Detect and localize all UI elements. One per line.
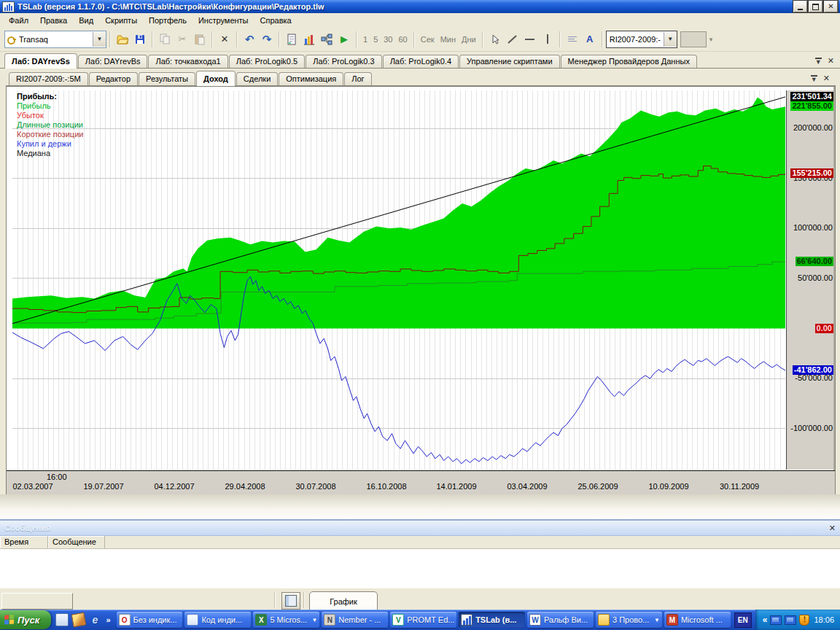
interval-unit-button-Сек[interactable]: Сек <box>418 35 438 44</box>
undo-button[interactable]: ↶ <box>241 31 258 48</box>
quicklaunch-pen-icon[interactable] <box>71 612 87 628</box>
view-tab-Редактор[interactable]: Редактор <box>89 72 138 85</box>
language-indicator[interactable]: EN <box>734 612 752 628</box>
view-tab-RI2007-2009:-:5M[interactable]: RI2007-2009:-:5M <box>9 72 88 85</box>
close-button[interactable]: ✕ <box>824 1 838 12</box>
menu-item-Инструменты[interactable]: Инструменты <box>192 15 254 26</box>
messages-column-Сообщение[interactable]: Сообщение <box>48 536 105 548</box>
label-tool-button[interactable]: A <box>581 31 599 48</box>
quicklaunch-document-icon[interactable] <box>55 613 69 626</box>
close-tab-icon[interactable]: ✕ <box>828 57 834 65</box>
chevron-down-icon[interactable]: ▼ <box>664 32 677 47</box>
paste-button[interactable] <box>191 31 209 48</box>
word-icon: W <box>529 614 541 626</box>
dock-menu-icon[interactable]: ▼ <box>815 58 822 65</box>
tab-graph[interactable]: График <box>309 591 378 612</box>
chart-plot-area[interactable] <box>12 90 785 470</box>
y-value-badge-66'640.00: 66'640.00 <box>796 257 834 266</box>
script-tab-Лаб: DAYrevBs[interactable]: Лаб: DAYrevBs <box>78 55 148 68</box>
x-date-03.04.2009: 03.04.2009 <box>507 482 547 491</box>
interval-button-5[interactable]: 5 <box>370 35 381 44</box>
messages-column-Время[interactable]: Время <box>0 536 48 548</box>
horizontal-line-tool-button[interactable] <box>521 31 539 48</box>
menu-item-Вид[interactable]: Вид <box>73 15 99 26</box>
view-tab-Оптимизация[interactable]: Оптимизация <box>279 72 343 85</box>
office-red-icon: M <box>666 614 678 626</box>
taskbar: Пуск e » OБез индик...Код инди...X5 Micr… <box>0 610 840 630</box>
taskbar-button-Код инди...[interactable]: Код инди... <box>184 612 251 628</box>
minimize-button[interactable] <box>793 1 807 12</box>
toolbar-overflow-icon[interactable]: ▾ <box>709 36 713 43</box>
interval-unit-button-Мин[interactable]: Мин <box>438 35 459 44</box>
open-button[interactable] <box>114 31 131 48</box>
run-button[interactable]: ▶ <box>335 31 353 48</box>
taskbar-button-Nember - ...[interactable]: NNember - ... <box>322 612 388 628</box>
script-tab-Лаб: ProLogik0.3[interactable]: Лаб: ProLogik0.3 <box>306 55 381 68</box>
properties-button[interactable] <box>283 31 300 48</box>
menu-item-Справка[interactable]: Справка <box>254 15 298 26</box>
taskbar-button-Ральф Ви...[interactable]: WРальф Ви... <box>527 612 594 628</box>
chevron-down-icon[interactable]: ▼ <box>93 32 106 47</box>
trend-line-tool-button[interactable] <box>504 31 521 48</box>
taskbar-button-3 Прово...[interactable]: 3 Прово...▼ <box>596 612 662 628</box>
taskbar-button-TSLab (в...[interactable]: TSLab (в... <box>459 612 525 628</box>
cursor-tool-button[interactable] <box>486 31 504 48</box>
interval-button-60[interactable]: 60 <box>396 35 411 44</box>
redo-button[interactable]: ↷ <box>258 31 276 48</box>
taskbar-button-5 Micros...[interactable]: X5 Micros...▼ <box>253 612 319 628</box>
taskbar-button-label: 5 Micros... <box>270 615 310 624</box>
view-tab-Лог[interactable]: Лог <box>344 72 371 85</box>
start-button[interactable]: Пуск <box>0 610 51 629</box>
delete-button[interactable]: ✕ <box>216 31 233 48</box>
menu-item-Правка[interactable]: Правка <box>34 15 73 26</box>
chart-button[interactable] <box>300 31 318 48</box>
taskbar-button-PROMT Ed...[interactable]: VPROMT Ed... <box>390 612 456 628</box>
view-tab-strip: RI2007-2009:-:5MРедакторРезультатыДоходС… <box>6 70 836 86</box>
network-icon[interactable] <box>785 615 796 625</box>
view-tab-Доход[interactable]: Доход <box>196 71 236 86</box>
interval-unit-button-Дни[interactable]: Дни <box>459 35 479 44</box>
script-tab-Лаб: точкавхода1[interactable]: Лаб: точкавхода1 <box>148 55 228 68</box>
menu-item-Файл[interactable]: Файл <box>3 15 34 26</box>
taskbar-button-label: Ральф Ви... <box>544 615 591 624</box>
view-tab-Сделки[interactable]: Сделки <box>236 72 279 85</box>
symbol-combo[interactable]: RI2007-2009:- ▼ <box>606 31 677 48</box>
cut-button[interactable]: ✂ <box>174 31 191 48</box>
copy-button[interactable] <box>156 31 174 48</box>
security-shield-icon[interactable]: ! <box>799 615 809 626</box>
quicklaunch-overflow-icon[interactable]: » <box>104 615 112 624</box>
maximize-button[interactable] <box>809 1 822 12</box>
menu-item-Скрипты[interactable]: Скрипты <box>99 15 143 26</box>
x-date-16.10.2008: 16.10.2008 <box>366 482 406 491</box>
empty-combo-box[interactable] <box>680 31 707 47</box>
close-tab-icon[interactable]: ✕ <box>823 74 830 82</box>
interval-button-30[interactable]: 30 <box>381 35 395 44</box>
script-tab-Лаб: ProLogik0.5[interactable]: Лаб: ProLogik0.5 <box>229 55 305 68</box>
y-axis-scale[interactable]: 200'000.00150'000.00100'000.0050'000.00-… <box>786 90 834 470</box>
script-tab-Лаб: ProLogik0.4[interactable]: Лаб: ProLogik0.4 <box>383 55 459 68</box>
taskbar-button-label: 3 Прово... <box>612 615 653 624</box>
y-tick-200'000.00: 200'000.00 <box>793 123 833 133</box>
connection-combo[interactable]: Transaq ▼ <box>4 31 106 48</box>
tray-expand-icon[interactable]: « <box>763 615 768 625</box>
messages-list[interactable] <box>0 549 840 589</box>
text-tool-button[interactable] <box>564 31 581 48</box>
dock-menu-icon[interactable]: ▼ <box>811 75 817 82</box>
view-tab-Результаты[interactable]: Результаты <box>139 72 195 85</box>
close-messages-icon[interactable]: ✕ <box>829 524 836 532</box>
x-date-25.06.2009: 25.06.2009 <box>578 482 618 491</box>
taskbar-button-Microsoft ...[interactable]: MMicrosoft ... <box>664 612 731 628</box>
script-tab-Менеджер Провайдеров Данных[interactable]: Менеджер Провайдеров Данных <box>561 55 697 68</box>
vertical-line-tool-button[interactable] <box>539 31 556 48</box>
interval-button-1[interactable]: 1 <box>360 35 370 44</box>
menu-item-Портфель[interactable]: Портфель <box>143 15 192 26</box>
script-scheme-button[interactable] <box>318 31 335 48</box>
script-tab-Лаб: DAYrevSs[interactable]: Лаб: DAYrevSs <box>4 53 77 69</box>
x-date-29.04.2008: 29.04.2008 <box>225 482 265 491</box>
sheet-list-button[interactable] <box>281 592 300 610</box>
network-icon[interactable] <box>770 615 782 625</box>
script-tab-Управление скриптами[interactable]: Управление скриптами <box>459 55 559 68</box>
quicklaunch-ie-icon[interactable]: e <box>89 614 101 626</box>
save-button[interactable] <box>131 31 149 48</box>
taskbar-button-Без индик...[interactable]: OБез индик... <box>117 612 183 628</box>
